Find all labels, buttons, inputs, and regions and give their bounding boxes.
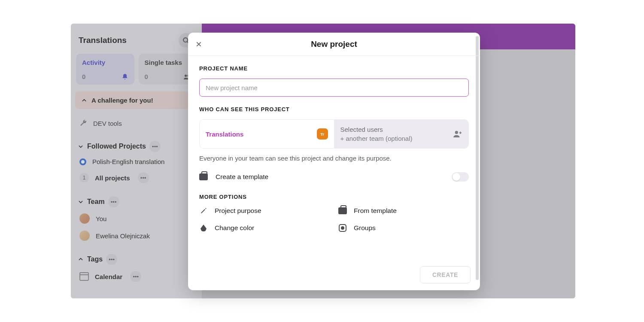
tab-activity[interactable]: Activity 0 (76, 54, 134, 85)
avatar (79, 213, 90, 224)
visibility-label: WHO CAN SEE THIS PROJECT (199, 106, 469, 112)
workspace-title: Translations (79, 36, 127, 45)
radio-selected-icon (79, 158, 86, 165)
followed-title: Followed Projects (87, 143, 146, 150)
challenge-label: A challenge for you! (91, 97, 153, 104)
all-projects-label: All projects (95, 174, 130, 182)
add-user-icon (453, 130, 462, 138)
tab-single-label: Single tasks (145, 59, 191, 66)
bell-icon (122, 73, 128, 80)
team-member-label: You (96, 215, 106, 222)
option-label: From template (354, 207, 397, 215)
avatar (79, 231, 90, 241)
create-template-toggle[interactable] (452, 172, 469, 182)
calendar-more-button[interactable]: ••• (130, 271, 141, 282)
visibility-add-team-label: + another team (optional) (340, 135, 413, 142)
modal-body: PROJECT NAME WHO CAN SEE THIS PROJECT Tr… (188, 56, 480, 290)
section-followed-projects[interactable]: Followed Projects ••• + (75, 138, 197, 155)
modal-title: New project (188, 39, 480, 49)
sidebar-tabs: Activity 0 Single tasks 0 (75, 54, 197, 85)
option-label: Change color (215, 224, 254, 232)
chevron-up-icon (78, 256, 84, 262)
tab-single-count: 0 (145, 73, 148, 80)
all-projects-more-button[interactable]: ••• (138, 172, 149, 183)
visibility-users-option[interactable]: Selected users + another team (optional) (334, 120, 469, 148)
close-icon (196, 41, 202, 47)
chevron-up-icon (81, 97, 87, 103)
team-more-button[interactable]: ••• (108, 196, 119, 207)
create-template-row: Create a template (199, 173, 469, 181)
wrench-icon (79, 119, 87, 127)
team-member-label: Ewelina Olejniczak (96, 232, 150, 240)
svg-point-2 (185, 74, 187, 76)
challenge-banner[interactable]: A challenge for you! (75, 91, 197, 109)
option-from-template[interactable]: From template (338, 207, 469, 215)
visibility-team-option[interactable]: Translations Tr (200, 120, 334, 148)
tab-activity-count: 0 (82, 73, 85, 80)
project-item-polish-english[interactable]: Polish-English translation (75, 155, 197, 169)
briefcase-icon (199, 173, 208, 180)
modal-scrollbar[interactable] (476, 36, 479, 280)
calendar-icon (79, 272, 89, 281)
visibility-selector: Translations Tr Selected users + another… (199, 119, 469, 149)
calendar-item[interactable]: Calendar ••• (75, 267, 197, 286)
project-name-label: PROJECT NAME (199, 65, 469, 72)
option-label: Groups (354, 224, 376, 232)
all-projects-item[interactable]: 1 All projects ••• (75, 169, 197, 187)
modal-footer: CREATE (197, 266, 471, 290)
new-project-modal: New project PROJECT NAME WHO CAN SEE THI… (188, 33, 480, 290)
project-name-input[interactable] (199, 79, 469, 97)
sidebar-header: Translations (75, 30, 197, 54)
dev-tools-item[interactable]: DEV tools (75, 115, 197, 131)
briefcase-icon (338, 207, 347, 214)
followed-more-button[interactable]: ••• (149, 141, 161, 152)
visibility-help-text: Everyone in your team can see this proje… (199, 155, 469, 162)
close-button[interactable] (196, 41, 202, 47)
svg-point-6 (455, 131, 458, 134)
tab-activity-label: Activity (82, 59, 128, 66)
option-change-color[interactable]: Change color (199, 224, 330, 232)
section-tags[interactable]: Tags ••• + (75, 251, 197, 267)
sidebar: Translations Activity 0 Single tasks 0 (71, 24, 202, 298)
chevron-down-icon (78, 143, 84, 149)
option-groups[interactable]: Groups (338, 224, 469, 232)
svg-point-0 (183, 38, 188, 42)
more-options-label: MORE OPTIONS (199, 194, 469, 200)
visibility-team-label: Translations (206, 131, 243, 138)
section-team[interactable]: Team ••• + (75, 194, 197, 210)
calendar-label: Calendar (95, 273, 122, 280)
team-chip: Tr (317, 128, 328, 140)
tags-title: Tags (87, 255, 103, 263)
team-title: Team (87, 198, 105, 206)
option-label: Project purpose (215, 207, 261, 215)
option-project-purpose[interactable]: Project purpose (199, 207, 330, 215)
dev-tools-label: DEV tools (93, 120, 122, 127)
drop-icon (199, 225, 208, 231)
create-template-label: Create a template (216, 173, 268, 181)
tags-more-button[interactable]: ••• (106, 254, 117, 265)
groups-icon (338, 224, 347, 232)
team-member-you[interactable]: You (75, 210, 197, 227)
visibility-users-label: Selected users (340, 126, 413, 133)
project-item-label: Polish-English translation (92, 158, 164, 165)
team-member-ewelina[interactable]: Ewelina Olejniczak (75, 227, 197, 244)
chevron-down-icon (78, 199, 84, 205)
pencil-icon (199, 207, 208, 214)
modal-header: New project (188, 33, 480, 56)
create-button[interactable]: CREATE (420, 266, 471, 283)
all-projects-count: 1 (79, 173, 89, 182)
